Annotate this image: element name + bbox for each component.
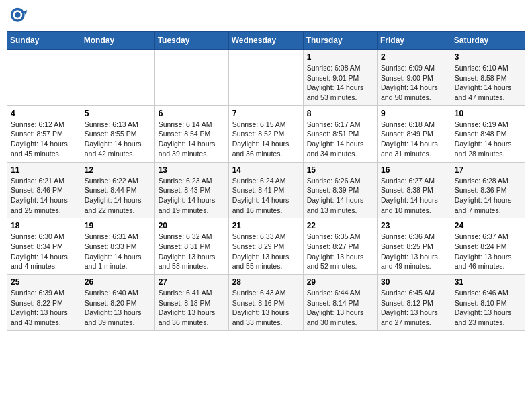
logo-icon — [9, 7, 28, 26]
day-number: 2 — [381, 52, 447, 62]
day-info: Sunrise: 6:08 AM Sunset: 9:01 PM Dayligh… — [307, 63, 373, 103]
header-day-friday: Friday — [378, 32, 451, 50]
week-row-3: 11Sunrise: 6:21 AM Sunset: 8:46 PM Dayli… — [7, 162, 525, 218]
page-header — [7, 7, 525, 26]
logo — [9, 7, 31, 26]
day-info: Sunrise: 6:27 AM Sunset: 8:38 PM Dayligh… — [381, 176, 447, 216]
header-day-tuesday: Tuesday — [154, 32, 228, 50]
calendar-cell: 17Sunrise: 6:28 AM Sunset: 8:36 PM Dayli… — [451, 162, 525, 218]
calendar-cell: 25Sunrise: 6:39 AM Sunset: 8:22 PM Dayli… — [7, 275, 81, 331]
day-info: Sunrise: 6:32 AM Sunset: 8:31 PM Dayligh… — [159, 232, 225, 271]
day-number: 12 — [85, 165, 151, 175]
day-info: Sunrise: 6:44 AM Sunset: 8:14 PM Dayligh… — [307, 288, 373, 328]
calendar-cell: 4Sunrise: 6:12 AM Sunset: 8:57 PM Daylig… — [7, 105, 81, 162]
day-info: Sunrise: 6:18 AM Sunset: 8:49 PM Dayligh… — [381, 120, 447, 159]
day-info: Sunrise: 6:24 AM Sunset: 8:41 PM Dayligh… — [232, 176, 300, 216]
header-row: SundayMondayTuesdayWednesdayThursdayFrid… — [7, 32, 525, 50]
day-number: 11 — [11, 165, 77, 175]
day-number: 25 — [11, 277, 77, 287]
day-info: Sunrise: 6:10 AM Sunset: 8:58 PM Dayligh… — [455, 63, 521, 103]
header-day-sunday: Sunday — [7, 32, 81, 50]
week-row-4: 18Sunrise: 6:30 AM Sunset: 8:34 PM Dayli… — [7, 218, 525, 275]
day-number: 10 — [455, 109, 521, 118]
calendar-cell: 9Sunrise: 6:18 AM Sunset: 8:49 PM Daylig… — [378, 105, 451, 162]
day-number: 14 — [232, 165, 300, 175]
header-day-thursday: Thursday — [303, 32, 377, 50]
day-info: Sunrise: 6:41 AM Sunset: 8:18 PM Dayligh… — [159, 288, 225, 328]
day-number: 18 — [11, 221, 77, 230]
calendar-cell: 19Sunrise: 6:31 AM Sunset: 8:33 PM Dayli… — [81, 218, 154, 275]
day-number: 9 — [381, 109, 447, 118]
day-number: 1 — [307, 52, 373, 62]
day-number: 13 — [159, 165, 225, 175]
day-number: 22 — [307, 221, 373, 230]
header-day-wednesday: Wednesday — [228, 32, 303, 50]
day-number: 23 — [381, 221, 447, 230]
day-info: Sunrise: 6:43 AM Sunset: 8:16 PM Dayligh… — [232, 288, 300, 328]
day-info: Sunrise: 6:45 AM Sunset: 8:12 PM Dayligh… — [381, 288, 447, 328]
calendar-cell: 14Sunrise: 6:24 AM Sunset: 8:41 PM Dayli… — [228, 162, 303, 218]
calendar-cell: 20Sunrise: 6:32 AM Sunset: 8:31 PM Dayli… — [154, 218, 228, 275]
day-number: 5 — [85, 109, 151, 118]
day-number: 17 — [455, 165, 521, 175]
day-info: Sunrise: 6:12 AM Sunset: 8:57 PM Dayligh… — [11, 120, 77, 159]
day-number: 3 — [455, 52, 521, 62]
day-info: Sunrise: 6:35 AM Sunset: 8:27 PM Dayligh… — [307, 232, 373, 271]
calendar-cell: 31Sunrise: 6:46 AM Sunset: 8:10 PM Dayli… — [451, 275, 525, 331]
day-info: Sunrise: 6:13 AM Sunset: 8:55 PM Dayligh… — [85, 120, 151, 159]
day-info: Sunrise: 6:22 AM Sunset: 8:44 PM Dayligh… — [85, 176, 151, 216]
calendar-cell: 7Sunrise: 6:15 AM Sunset: 8:52 PM Daylig… — [228, 105, 303, 162]
calendar-cell: 15Sunrise: 6:26 AM Sunset: 8:39 PM Dayli… — [303, 162, 377, 218]
calendar-cell: 28Sunrise: 6:43 AM Sunset: 8:16 PM Dayli… — [228, 275, 303, 331]
day-number: 6 — [159, 109, 225, 118]
calendar-cell: 5Sunrise: 6:13 AM Sunset: 8:55 PM Daylig… — [81, 105, 154, 162]
calendar-cell: 16Sunrise: 6:27 AM Sunset: 8:38 PM Dayli… — [378, 162, 451, 218]
calendar-cell: 27Sunrise: 6:41 AM Sunset: 8:18 PM Dayli… — [154, 275, 228, 331]
day-info: Sunrise: 6:30 AM Sunset: 8:34 PM Dayligh… — [11, 232, 77, 271]
calendar-table: SundayMondayTuesdayWednesdayThursdayFrid… — [7, 31, 525, 331]
calendar-cell: 1Sunrise: 6:08 AM Sunset: 9:01 PM Daylig… — [303, 50, 377, 106]
calendar-cell — [7, 50, 81, 106]
calendar-cell: 6Sunrise: 6:14 AM Sunset: 8:54 PM Daylig… — [154, 105, 228, 162]
day-info: Sunrise: 6:21 AM Sunset: 8:46 PM Dayligh… — [11, 176, 77, 216]
calendar-cell: 13Sunrise: 6:23 AM Sunset: 8:43 PM Dayli… — [154, 162, 228, 218]
day-info: Sunrise: 6:31 AM Sunset: 8:33 PM Dayligh… — [85, 232, 151, 271]
calendar-cell: 26Sunrise: 6:40 AM Sunset: 8:20 PM Dayli… — [81, 275, 154, 331]
day-info: Sunrise: 6:14 AM Sunset: 8:54 PM Dayligh… — [159, 120, 225, 159]
svg-point-2 — [15, 12, 21, 18]
day-number: 26 — [85, 277, 151, 287]
week-row-5: 25Sunrise: 6:39 AM Sunset: 8:22 PM Dayli… — [7, 275, 525, 331]
day-info: Sunrise: 6:26 AM Sunset: 8:39 PM Dayligh… — [307, 176, 373, 216]
day-info: Sunrise: 6:36 AM Sunset: 8:25 PM Dayligh… — [381, 232, 447, 271]
day-info: Sunrise: 6:23 AM Sunset: 8:43 PM Dayligh… — [159, 176, 225, 216]
calendar-cell: 22Sunrise: 6:35 AM Sunset: 8:27 PM Dayli… — [303, 218, 377, 275]
day-info: Sunrise: 6:37 AM Sunset: 8:24 PM Dayligh… — [455, 232, 521, 271]
day-number: 4 — [11, 109, 77, 118]
header-day-monday: Monday — [81, 32, 154, 50]
day-number: 20 — [159, 221, 225, 230]
calendar-cell: 29Sunrise: 6:44 AM Sunset: 8:14 PM Dayli… — [303, 275, 377, 331]
calendar-cell: 21Sunrise: 6:33 AM Sunset: 8:29 PM Dayli… — [228, 218, 303, 275]
week-row-1: 1Sunrise: 6:08 AM Sunset: 9:01 PM Daylig… — [7, 50, 525, 106]
day-info: Sunrise: 6:15 AM Sunset: 8:52 PM Dayligh… — [232, 120, 300, 159]
day-info: Sunrise: 6:19 AM Sunset: 8:48 PM Dayligh… — [455, 120, 521, 159]
calendar-cell: 12Sunrise: 6:22 AM Sunset: 8:44 PM Dayli… — [81, 162, 154, 218]
calendar-cell: 23Sunrise: 6:36 AM Sunset: 8:25 PM Dayli… — [378, 218, 451, 275]
calendar-cell — [154, 50, 228, 106]
day-info: Sunrise: 6:17 AM Sunset: 8:51 PM Dayligh… — [307, 120, 373, 159]
day-number: 30 — [381, 277, 447, 287]
day-number: 21 — [232, 221, 300, 230]
calendar-cell: 18Sunrise: 6:30 AM Sunset: 8:34 PM Dayli… — [7, 218, 81, 275]
header-day-saturday: Saturday — [451, 32, 525, 50]
calendar-cell: 8Sunrise: 6:17 AM Sunset: 8:51 PM Daylig… — [303, 105, 377, 162]
calendar-cell: 11Sunrise: 6:21 AM Sunset: 8:46 PM Dayli… — [7, 162, 81, 218]
day-number: 28 — [232, 277, 300, 287]
day-number: 31 — [455, 277, 521, 287]
calendar-cell: 2Sunrise: 6:09 AM Sunset: 9:00 PM Daylig… — [378, 50, 451, 106]
day-info: Sunrise: 6:40 AM Sunset: 8:20 PM Dayligh… — [85, 288, 151, 328]
calendar-body: 1Sunrise: 6:08 AM Sunset: 9:01 PM Daylig… — [7, 50, 525, 331]
calendar-cell: 3Sunrise: 6:10 AM Sunset: 8:58 PM Daylig… — [451, 50, 525, 106]
calendar-cell: 24Sunrise: 6:37 AM Sunset: 8:24 PM Dayli… — [451, 218, 525, 275]
day-info: Sunrise: 6:46 AM Sunset: 8:10 PM Dayligh… — [455, 288, 521, 328]
day-number: 7 — [232, 109, 300, 118]
